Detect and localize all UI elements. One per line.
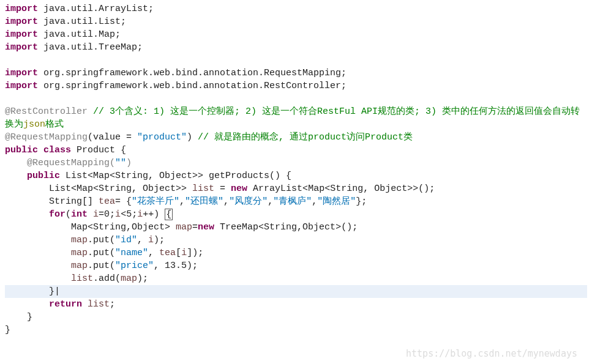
text: =: [214, 184, 231, 194]
keyword-class: class: [43, 145, 71, 155]
text: };: [356, 196, 367, 207]
keyword-public: public: [27, 171, 60, 181]
code-line: List<Map<String, Object>> list = new Arr…: [5, 182, 587, 195]
text: List<Map<String, Object>>: [5, 184, 192, 194]
code-block: import java.util.ArrayList; import java.…: [5, 2, 587, 336]
text: .put(: [88, 235, 115, 245]
code-line: import java.util.ArrayList;: [5, 2, 587, 15]
indent: [5, 299, 49, 310]
variable: list: [71, 273, 93, 284]
indent: [5, 261, 71, 271]
class-name: Product {: [71, 145, 126, 155]
text: ,: [137, 235, 148, 245]
indent: [5, 248, 71, 258]
variable: i: [181, 248, 187, 258]
blank-line: [5, 54, 587, 67]
text: [: [176, 248, 181, 258]
text: ++): [143, 209, 165, 220]
brace-close: }: [5, 325, 10, 335]
code-line: map.put("name", tea[i]);: [5, 247, 587, 259]
import-path: java.util.ArrayList;: [38, 4, 154, 14]
code-line: map.put("price", 13.5);: [5, 259, 587, 272]
code-line: public class Product {: [5, 144, 587, 157]
variable: list: [192, 184, 214, 194]
text: [82, 299, 88, 310]
code-line: Map<String,Object> map=new TreeMap<Strin…: [5, 221, 587, 234]
method-signature: List<Map<String, Object>> getProducts() …: [60, 171, 291, 181]
cursor: |: [54, 286, 60, 297]
annotation-requestmapping: @RequestMapping(: [5, 158, 115, 168]
string-literal: "风度分": [229, 196, 268, 207]
variable: map: [71, 261, 88, 271]
string-literal: "name": [115, 248, 148, 258]
code-line: for(int i=0;i<5;i++) {: [5, 208, 587, 221]
code-line: }: [5, 324, 587, 336]
text: ,: [223, 196, 229, 207]
variable: i: [137, 209, 143, 220]
indent: [5, 235, 71, 245]
keyword-import: import: [5, 17, 38, 27]
variable: i: [93, 209, 99, 220]
code-line: import java.util.List;: [5, 15, 587, 28]
string-literal: "product": [137, 132, 187, 143]
blank-line: [5, 92, 587, 105]
text: ;: [110, 299, 115, 310]
text: ): [187, 132, 198, 143]
string-literal: "青枫庐": [273, 196, 312, 207]
keyword-public: public: [5, 145, 38, 155]
brace-close: }: [5, 312, 32, 322]
keyword-import: import: [5, 29, 38, 40]
keyword-import: import: [5, 4, 38, 14]
code-line: String[] tea= {"花茶半斤","还田螺","风度分","青枫庐",…: [5, 195, 587, 208]
keyword-return: return: [49, 299, 82, 310]
text: <5;: [121, 209, 137, 220]
code-line: import java.util.Map;: [5, 28, 587, 41]
variable: map: [121, 273, 137, 284]
comment-json: json: [23, 119, 45, 130]
text: );: [154, 235, 165, 245]
keyword-import: import: [5, 42, 38, 53]
text: String[]: [5, 196, 99, 207]
variable: map: [71, 248, 88, 258]
text: .add(: [93, 273, 121, 284]
keyword-new: new: [198, 222, 214, 232]
text: ,: [148, 248, 159, 258]
code-line-highlighted: }|: [5, 285, 587, 298]
text: TreeMap<String,Object>();: [214, 222, 358, 232]
code-line: list.add(map);: [5, 272, 587, 285]
string-literal: "id": [115, 235, 137, 245]
text: Map<String,Object>: [5, 222, 176, 232]
indent: [5, 209, 49, 220]
text: , 13.5);: [154, 261, 198, 271]
text: ): [126, 158, 132, 168]
code-line: map.put("id", i);: [5, 234, 587, 247]
keyword-for: for: [49, 209, 66, 220]
code-line: public List<Map<String, Object>> getProd…: [5, 169, 587, 182]
string-literal: "还田螺": [185, 196, 223, 207]
brace-highlight: {: [165, 209, 173, 220]
keyword-import: import: [5, 81, 38, 91]
annotation-requestmapping: @RequestMapping: [5, 132, 88, 143]
text: =0;: [99, 209, 115, 220]
brace-close: }: [5, 286, 54, 297]
import-path: java.util.Map;: [38, 29, 121, 40]
indent: [5, 171, 27, 181]
text: (value =: [88, 132, 137, 143]
text: (: [66, 209, 71, 220]
text: );: [137, 273, 148, 284]
import-path: java.util.TreeMap;: [38, 42, 143, 53]
variable: i: [148, 235, 154, 245]
text: [88, 209, 93, 220]
code-line: import org.springframework.web.bind.anno…: [5, 80, 587, 92]
code-line: }: [5, 311, 587, 324]
text: ,: [268, 196, 273, 207]
variable: map: [71, 235, 88, 245]
string-literal: "price": [115, 261, 154, 271]
text: = {: [115, 196, 132, 207]
code-line: import java.util.TreeMap;: [5, 41, 587, 54]
import-path: org.springframework.web.bind.annotation.…: [38, 81, 347, 91]
import-path: java.util.List;: [38, 17, 126, 27]
text: =: [192, 222, 198, 232]
variable: tea: [159, 248, 176, 258]
code-line: @RestController // 3个含义: 1) 这是一个控制器; 2) …: [5, 105, 587, 131]
